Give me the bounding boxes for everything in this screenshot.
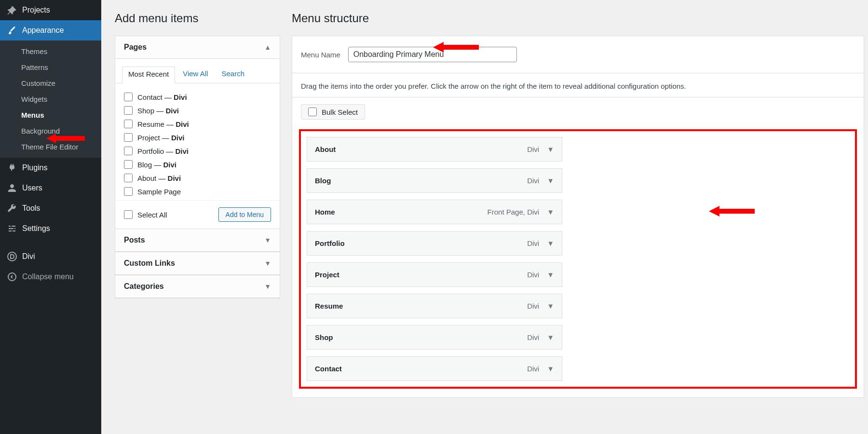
user-icon <box>7 183 17 193</box>
bulk-select-button[interactable]: Bulk Select <box>301 104 365 120</box>
page-suffix: Divi <box>174 93 187 101</box>
page-checkbox[interactable] <box>124 174 133 182</box>
page-label: Blog <box>137 161 152 169</box>
page-label: About <box>137 174 156 182</box>
menu-item[interactable]: HomeFront Page, Divi▼ <box>307 200 562 224</box>
page-checkbox-row[interactable]: About — Divi <box>124 171 277 185</box>
svg-marker-3 <box>433 42 479 53</box>
menu-item-type: Divi <box>527 302 539 310</box>
menu-item[interactable]: BlogDivi▼ <box>307 168 562 193</box>
submenu-item-menus[interactable]: Menus <box>0 107 101 123</box>
menu-item[interactable]: ResumeDivi▼ <box>307 294 562 318</box>
submenu-item-patterns[interactable]: Patterns <box>0 59 101 75</box>
submenu-item-themes[interactable]: Themes <box>0 43 101 59</box>
sliders-icon <box>7 223 17 234</box>
chevron-down-icon[interactable]: ▼ <box>547 176 554 185</box>
chevron-down-icon[interactable]: ▼ <box>547 145 554 153</box>
sidebar-item-projects[interactable]: Projects <box>0 0 101 20</box>
page-checkbox-row[interactable]: Contact — Divi <box>124 90 277 104</box>
page-checkbox-row[interactable]: Project — Divi <box>124 131 277 144</box>
collapse-icon <box>7 271 17 282</box>
add-to-menu-button[interactable]: Add to Menu <box>218 207 271 222</box>
sidebar-item-tools[interactable]: Tools <box>0 198 101 218</box>
menu-items-highlighted: AboutDivi▼ BlogDivi▼ HomeFront Page, Div… <box>299 129 857 389</box>
pages-postbox-header[interactable]: Pages ▲ <box>115 36 280 59</box>
menu-item-title: Blog <box>315 176 331 185</box>
page-suffix: Divi <box>165 107 179 115</box>
chevron-down-icon[interactable]: ▼ <box>547 333 554 341</box>
submenu-item-widgets[interactable]: Widgets <box>0 91 101 107</box>
svg-marker-2 <box>709 206 755 217</box>
collapse-menu[interactable]: Collapse menu <box>0 267 101 287</box>
posts-postbox-header[interactable]: Posts ▼ <box>115 229 280 252</box>
menu-item-type: Divi <box>527 145 539 153</box>
bulk-select-checkbox[interactable] <box>308 108 317 116</box>
page-suffix: Divi <box>168 174 181 182</box>
page-checkbox[interactable] <box>124 93 133 101</box>
collapse-label: Collapse menu <box>22 272 74 281</box>
select-all-checkbox[interactable] <box>124 210 133 219</box>
page-list[interactable]: Contact — Divi Shop — Divi Resume — Divi… <box>115 83 280 200</box>
page-checkbox[interactable] <box>124 133 133 142</box>
menu-item-type: Divi <box>527 239 539 247</box>
categories-postbox-header[interactable]: Categories ▼ <box>115 275 280 298</box>
page-checkbox[interactable] <box>124 120 133 128</box>
page-label: Resume <box>137 120 164 128</box>
sidebar-item-appearance[interactable]: Appearance <box>0 20 101 41</box>
page-checkbox-row[interactable]: Shop — Divi <box>124 104 277 117</box>
sidebar-item-label: Tools <box>22 204 40 213</box>
sidebar-item-settings[interactable]: Settings <box>0 218 101 239</box>
sidebar-item-users[interactable]: Users <box>0 178 101 198</box>
page-checkbox-row[interactable]: Blog — Divi <box>124 158 277 171</box>
sidebar-item-label: Projects <box>22 6 50 14</box>
page-checkbox[interactable] <box>124 160 133 169</box>
chevron-down-icon[interactable]: ▼ <box>547 239 554 247</box>
annotation-arrow-icon <box>46 133 85 146</box>
annotation-arrow-icon <box>709 205 755 217</box>
menu-name-input[interactable] <box>348 47 517 62</box>
chevron-down-icon[interactable]: ▼ <box>547 365 554 373</box>
page-checkbox-row[interactable]: Resume — Divi <box>124 117 277 131</box>
sidebar-item-label: Divi <box>22 252 35 261</box>
page-label: Sample Page <box>137 188 181 196</box>
select-all-row[interactable]: Select All <box>124 208 167 221</box>
page-label: Contact <box>137 93 163 101</box>
custom-links-postbox-title: Custom Links <box>124 259 175 268</box>
menu-item[interactable]: AboutDivi▼ <box>307 137 562 162</box>
chevron-down-icon[interactable]: ▼ <box>547 271 554 279</box>
tab-most-recent[interactable]: Most Recent <box>122 67 175 83</box>
page-checkbox[interactable] <box>124 106 133 115</box>
pages-postbox-body: Most Recent View All Search Contact — Di… <box>115 59 280 229</box>
custom-links-postbox-header[interactable]: Custom Links ▼ <box>115 252 280 275</box>
sidebar-item-plugins[interactable]: Plugins <box>0 158 101 178</box>
tab-view-all[interactable]: View All <box>177 67 214 83</box>
menu-item-type: Front Page, Divi <box>488 208 540 216</box>
page-label: Portfolio <box>137 147 164 155</box>
tab-search[interactable]: Search <box>216 67 250 83</box>
menu-item[interactable]: PortfolioDivi▼ <box>307 231 562 256</box>
page-checkbox-row[interactable]: Sample Page <box>124 185 277 198</box>
pages-postbox-title: Pages <box>124 43 147 52</box>
menu-item[interactable]: ShopDivi▼ <box>307 325 562 350</box>
chevron-down-icon[interactable]: ▼ <box>547 208 554 216</box>
page-label: Shop <box>137 107 154 115</box>
posts-postbox-title: Posts <box>124 236 145 244</box>
chevron-down-icon[interactable]: ▼ <box>547 302 554 310</box>
plug-icon <box>7 163 17 173</box>
chevron-down-icon: ▼ <box>264 283 271 290</box>
page-checkbox[interactable] <box>124 147 133 155</box>
menu-item[interactable]: ProjectDivi▼ <box>307 262 562 287</box>
menu-item-title: Resume <box>315 302 343 310</box>
submenu-item-customize[interactable]: Customize <box>0 75 101 91</box>
chevron-down-icon: ▼ <box>264 259 271 267</box>
bulk-select-row: Bulk Select <box>292 97 864 127</box>
page-checkbox[interactable] <box>124 187 133 196</box>
instructions-text: Drag the items into the order you prefer… <box>292 73 864 97</box>
annotation-arrow-icon <box>433 41 479 55</box>
sidebar-item-label: Plugins <box>22 163 47 172</box>
sidebar-item-divi[interactable]: Divi <box>0 246 101 267</box>
menu-structure-heading: Menu structure <box>292 12 864 25</box>
add-menu-items-heading: Add menu items <box>115 12 280 25</box>
page-checkbox-row[interactable]: Portfolio — Divi <box>124 144 277 158</box>
menu-item[interactable]: ContactDivi▼ <box>307 356 562 381</box>
